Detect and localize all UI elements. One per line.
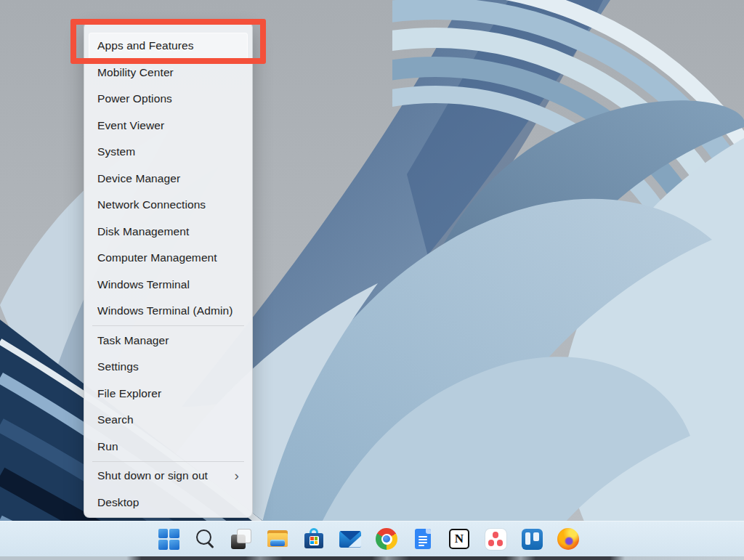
menu-separator [92, 461, 244, 462]
menu-item-file-explorer[interactable]: File Explorer [89, 381, 248, 407]
menu-item-power-options[interactable]: Power Options [89, 86, 248, 113]
task-view-icon [230, 528, 252, 550]
file-explorer-button[interactable] [263, 524, 292, 553]
menu-item-network-connections[interactable]: Network Connections [89, 192, 248, 219]
task-view-button[interactable] [227, 524, 256, 553]
menu-item-label: Run [97, 440, 118, 453]
microsoft-store-button[interactable] [299, 524, 328, 553]
trello-button[interactable] [517, 524, 546, 553]
menu-item-label: Windows Terminal [97, 278, 190, 291]
trello-icon [522, 529, 543, 550]
mail-button[interactable] [336, 524, 365, 553]
menu-item-label: Disk Management [97, 225, 189, 238]
google-docs-button[interactable] [408, 524, 437, 553]
menu-item-search[interactable]: Search [89, 407, 248, 434]
menu-item-windows-terminal-admin[interactable]: Windows Terminal (Admin) [89, 298, 248, 325]
menu-item-mobility-center[interactable]: Mobility Center [89, 60, 248, 86]
menu-item-disk-management[interactable]: Disk Management [89, 219, 248, 245]
menu-item-settings[interactable]: Settings [89, 354, 248, 381]
menu-item-label: Search [97, 413, 134, 426]
menu-item-label: Event Viewer [97, 119, 164, 132]
chevron-right-icon: › [235, 468, 239, 482]
google-docs-icon [415, 529, 431, 549]
search-button[interactable] [190, 524, 219, 553]
mail-icon [339, 531, 361, 548]
menu-item-label: Power Options [97, 92, 172, 105]
menu-item-windows-terminal[interactable]: Windows Terminal [89, 272, 248, 299]
chrome-button[interactable] [372, 524, 401, 553]
menu-item-label: System [97, 145, 135, 158]
menu-item-label: Computer Management [97, 251, 217, 264]
start-button[interactable] [154, 524, 183, 553]
menu-item-device-manager[interactable]: Device Manager [89, 166, 248, 192]
menu-item-event-viewer[interactable]: Event Viewer [89, 113, 248, 139]
screen-bottom-edge [0, 556, 744, 560]
firefox-icon [557, 528, 579, 550]
menu-item-apps-and-features[interactable]: Apps and Features [89, 33, 248, 60]
menu-item-label: File Explorer [97, 387, 161, 400]
menu-item-label: Shut down or sign out [97, 469, 208, 482]
file-explorer-icon [266, 528, 289, 550]
menu-item-label: Windows Terminal (Admin) [97, 304, 232, 317]
asana-button[interactable] [481, 524, 510, 553]
menu-item-system[interactable]: System [89, 139, 248, 166]
taskbar-icon-group: N [154, 524, 583, 553]
menu-item-label: Apps and Features [97, 39, 194, 52]
microsoft-store-icon [303, 528, 325, 550]
notion-button[interactable]: N [445, 524, 474, 553]
menu-separator [92, 325, 244, 326]
firefox-button[interactable] [554, 524, 583, 553]
menu-item-label: Network Connections [97, 198, 206, 211]
menu-item-run[interactable]: Run [89, 434, 248, 460]
menu-item-label: Device Manager [97, 172, 180, 185]
menu-item-shut-down-or-sign-out[interactable]: Shut down or sign out › [89, 463, 248, 490]
menu-item-label: Mobility Center [97, 66, 174, 79]
asana-icon [485, 529, 506, 550]
menu-item-label: Task Manager [97, 334, 169, 347]
start-icon [158, 529, 179, 550]
search-icon [194, 528, 216, 550]
menu-item-desktop[interactable]: Desktop [89, 490, 248, 516]
menu-item-computer-management[interactable]: Computer Management [89, 245, 248, 272]
menu-item-label: Settings [97, 360, 139, 373]
winx-context-menu: Apps and Features Mobility Center Power … [84, 22, 253, 518]
chrome-icon [376, 528, 397, 550]
notion-icon: N [449, 529, 469, 549]
menu-item-task-manager[interactable]: Task Manager [89, 328, 248, 354]
taskbar: N [0, 521, 744, 556]
menu-item-label: Desktop [97, 496, 140, 509]
